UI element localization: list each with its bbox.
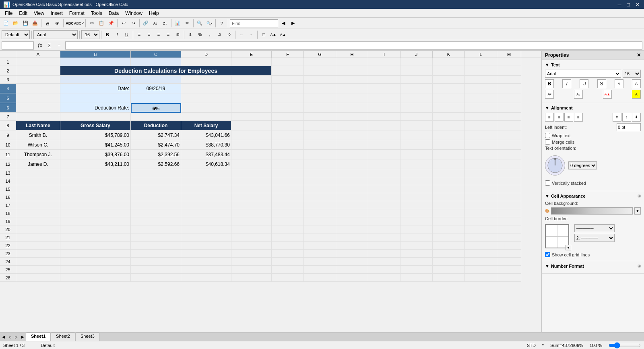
save-button[interactable]: 💾: [21, 19, 30, 28]
orientation-circle[interactable]: [545, 155, 565, 176]
number-format-expand-icon[interactable]: ⊞: [638, 264, 641, 268]
cell-b5[interactable]: [60, 93, 131, 103]
decimal-inc-button[interactable]: .0: [215, 30, 224, 39]
cell-a12[interactable]: James D.: [16, 159, 60, 169]
col-header-k[interactable]: K: [433, 51, 465, 58]
row-num-1[interactable]: 1: [0, 58, 16, 66]
col-header-b[interactable]: B: [60, 51, 131, 58]
cell-c4[interactable]: 09/20/19: [131, 84, 181, 93]
cell-e8[interactable]: [231, 121, 272, 130]
print-button[interactable]: 🖨: [43, 19, 52, 28]
text-section-title[interactable]: ▼ Text: [545, 62, 641, 67]
subscript-panel-button[interactable]: A₂: [574, 90, 583, 99]
cell-a10[interactable]: Wilson C.: [16, 140, 60, 150]
cell-h7[interactable]: [336, 113, 368, 121]
sheet-scroll-next[interactable]: ▷: [13, 332, 19, 341]
zoom-in-button[interactable]: 🔍: [195, 19, 204, 28]
row-num-22[interactable]: 22: [0, 242, 16, 250]
cell-e5[interactable]: [231, 93, 272, 103]
cell-i10[interactable]: [368, 140, 400, 150]
cell-b2-merged[interactable]: Deduction Calculations for Employees: [60, 66, 272, 76]
font-size-panel-dropdown[interactable]: 16: [623, 70, 641, 78]
cell-e9[interactable]: [231, 130, 272, 140]
cell-e1[interactable]: [231, 58, 272, 66]
cell-m3[interactable]: [497, 76, 521, 84]
cell-m6[interactable]: [497, 103, 521, 113]
indent-inc-button[interactable]: →: [247, 30, 256, 39]
cell-e6[interactable]: [231, 103, 272, 113]
cell-g6[interactable]: [304, 103, 336, 113]
cell-f10[interactable]: [272, 140, 304, 150]
border-width-dropdown[interactable]: 2. ──────: [574, 234, 615, 242]
spell-check-button[interactable]: ABC: [65, 19, 74, 28]
menu-tools[interactable]: Tools: [88, 10, 105, 17]
sheet-tab-3[interactable]: Sheet3: [75, 332, 100, 341]
cell-i8[interactable]: [368, 121, 400, 130]
row-num-2[interactable]: 2: [0, 66, 16, 76]
font-color-panel-button[interactable]: A▲: [603, 90, 612, 99]
row-num-15[interactable]: 15: [0, 185, 16, 193]
alignment-section-title[interactable]: ▼ Alignment: [545, 105, 641, 110]
sheet-scroll-prev[interactable]: ◁: [6, 332, 13, 341]
bg-color-button[interactable]: A▲: [269, 30, 278, 39]
row-num-12[interactable]: 12: [0, 159, 16, 169]
cell-b10[interactable]: $41,245.00: [60, 140, 131, 150]
cell-d11[interactable]: $37,483.44: [181, 150, 231, 159]
underline-button[interactable]: U: [122, 30, 131, 39]
cell-h10[interactable]: [336, 140, 368, 150]
cell-l9[interactable]: [465, 130, 497, 140]
cell-k7[interactable]: [433, 113, 465, 121]
cell-f7[interactable]: [272, 113, 304, 121]
cell-l10[interactable]: [465, 140, 497, 150]
cell-c11[interactable]: $2,392.56: [131, 150, 181, 159]
cell-c9[interactable]: $2,747.34: [131, 130, 181, 140]
cell-j4[interactable]: [400, 84, 433, 93]
menu-insert[interactable]: Insert: [47, 10, 66, 17]
cell-l4[interactable]: [465, 84, 497, 93]
number-format-title[interactable]: ▼ Number Format ⊞: [545, 264, 641, 268]
italic-button[interactable]: I: [113, 30, 122, 39]
row-num-18[interactable]: 18: [0, 209, 16, 217]
cell-f11[interactable]: [272, 150, 304, 159]
cell-a9[interactable]: Smith B.: [16, 130, 60, 140]
indent-dec-button[interactable]: ←: [237, 30, 246, 39]
cell-f12[interactable]: [272, 159, 304, 169]
percent-button[interactable]: %: [196, 30, 204, 39]
col-header-g[interactable]: G: [304, 51, 336, 58]
cell-j6[interactable]: [400, 103, 433, 113]
cell-m2[interactable]: [497, 66, 521, 76]
cell-d3[interactable]: [181, 76, 231, 84]
superscript-panel-button[interactable]: A²: [545, 90, 554, 99]
cell-h12[interactable]: [336, 159, 368, 169]
cell-j5[interactable]: [400, 93, 433, 103]
cell-l6[interactable]: [465, 103, 497, 113]
cell-i11[interactable]: [368, 150, 400, 159]
cell-k1[interactable]: [433, 58, 465, 66]
cell-d6[interactable]: [181, 103, 231, 113]
new-button[interactable]: 📄: [2, 19, 10, 28]
font-color-button[interactable]: A▲: [279, 30, 287, 39]
help-button[interactable]: ?: [217, 19, 226, 28]
decimal-dec-button[interactable]: .0: [225, 30, 233, 39]
italic-panel-button[interactable]: I: [562, 79, 571, 88]
cell-b1[interactable]: [60, 58, 131, 66]
menu-help[interactable]: Help: [146, 10, 162, 17]
cell-f6[interactable]: [272, 103, 304, 113]
cell-j12[interactable]: [400, 159, 433, 169]
cell-e10[interactable]: [231, 140, 272, 150]
menu-format[interactable]: Format: [66, 10, 88, 17]
align-right-button[interactable]: ≡: [154, 30, 163, 39]
cell-c5[interactable]: [131, 93, 181, 103]
align-center-button[interactable]: ≡: [144, 30, 153, 39]
merge-cells-button[interactable]: ⊞: [173, 30, 182, 39]
cell-m8[interactable]: [497, 121, 521, 130]
row-num-13[interactable]: 13: [0, 169, 16, 177]
find-next-button[interactable]: ▶: [289, 19, 297, 28]
valign-bot-panel-btn[interactable]: ⬇: [632, 113, 641, 122]
cell-l7[interactable]: [465, 113, 497, 121]
row-num-7[interactable]: 7: [0, 113, 16, 121]
cell-b7[interactable]: [60, 113, 131, 121]
redo-button[interactable]: ↪: [129, 19, 138, 28]
shadow-panel-button[interactable]: A: [615, 79, 623, 88]
cell-e7[interactable]: [231, 113, 272, 121]
